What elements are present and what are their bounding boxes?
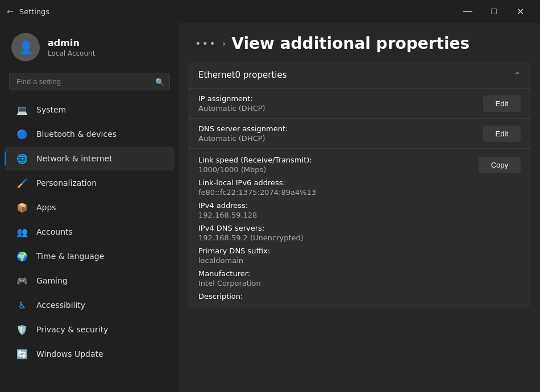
ipv4-dns-value: 192.168.59.2 (Unencrypted) xyxy=(198,233,316,242)
ip-assignment-edit-button[interactable]: Edit xyxy=(483,95,521,112)
sidebar-item-time[interactable]: 🌍 Time & language xyxy=(5,244,175,268)
bluetooth-icon: 🔵 xyxy=(16,128,28,140)
ipv6-address-value: fe80::fc22:1375:2074:89a4%13 xyxy=(198,188,316,197)
window-controls: — □ ✕ xyxy=(455,2,533,20)
sidebar-item-update[interactable]: 🔄 Windows Update xyxy=(5,342,175,366)
sidebar-item-privacy[interactable]: 🛡️ Privacy & security xyxy=(5,318,175,341)
prop-row-ip-assignment: IP assignment: Automatic (DHCP) Edit xyxy=(188,88,531,118)
user-info: admin Local Account xyxy=(48,37,95,57)
sidebar-item-network[interactable]: 🌐 Network & internet xyxy=(5,147,175,170)
dns-assignment-label: DNS server assignment: xyxy=(198,124,288,133)
sidebar-label-time: Time & language xyxy=(36,252,104,261)
description-label: Description: xyxy=(198,292,316,301)
apps-icon: 📦 xyxy=(16,201,28,214)
sidebar-label-personalization: Personalization xyxy=(36,178,97,187)
link-speed-value: 1000/1000 (Mbps) xyxy=(198,165,316,174)
search-input[interactable] xyxy=(9,73,170,90)
ipv4-dns-label: IPv4 DNS servers: xyxy=(198,224,316,232)
privacy-icon: 🛡️ xyxy=(16,323,28,336)
sidebar-item-bluetooth[interactable]: 🔵 Bluetooth & devices xyxy=(5,122,175,146)
manufacturer-value: Intel Corporation xyxy=(198,279,316,287)
sidebar-item-gaming[interactable]: 🎮 Gaming xyxy=(5,269,175,293)
accounts-icon: 👥 xyxy=(16,226,28,238)
properties-section-header[interactable]: Ethernet0 properties ⌃ xyxy=(188,62,531,88)
collapse-icon: ⌃ xyxy=(514,70,521,80)
sidebar-item-apps[interactable]: 📦 Apps xyxy=(5,195,175,219)
sidebar-label-accessibility: Accessibility xyxy=(36,301,85,310)
gaming-icon: 🎮 xyxy=(16,274,28,287)
sidebar-item-system[interactable]: 💻 System xyxy=(5,98,175,122)
ipv6-address-label: Link-local IPv6 address: xyxy=(198,178,316,187)
search-icon: 🔍 xyxy=(155,77,164,86)
prop-row-dns-assignment: DNS server assignment: Automatic (DHCP) … xyxy=(188,118,531,148)
sidebar-item-accessibility[interactable]: ♿ Accessibility xyxy=(5,293,175,317)
sidebar-label-system: System xyxy=(36,105,66,114)
content-header: ••• › View additional properties xyxy=(179,23,540,62)
sidebar-label-bluetooth: Bluetooth & devices xyxy=(36,130,117,139)
link-speed-content: Link speed (Receive/Transmit): 1000/1000… xyxy=(198,156,316,301)
minimize-button[interactable]: — xyxy=(455,2,481,20)
page-title: View additional properties xyxy=(231,34,470,53)
ip-assignment-content: IP assignment: Automatic (DHCP) xyxy=(198,94,265,112)
app-title: Settings xyxy=(19,7,49,16)
time-icon: 🌍 xyxy=(16,250,28,262)
manufacturer-label: Manufacturer: xyxy=(198,269,316,278)
dns-assignment-edit-button[interactable]: Edit xyxy=(483,126,521,142)
section-title: Ethernet0 properties xyxy=(198,70,286,80)
user-subtitle: Local Account xyxy=(48,49,95,57)
accessibility-icon: ♿ xyxy=(16,299,28,311)
sidebar-item-personalization[interactable]: 🖌️ Personalization xyxy=(5,171,175,195)
ipv4-address-label: IPv4 address: xyxy=(198,201,316,210)
network-icon: 🌐 xyxy=(16,152,28,165)
personalization-icon: 🖌️ xyxy=(16,177,28,189)
dns-assignment-value: Automatic (DHCP) xyxy=(198,134,288,143)
user-name: admin xyxy=(48,37,95,48)
sidebar-label-accounts: Accounts xyxy=(36,227,73,236)
close-button[interactable]: ✕ xyxy=(507,2,533,20)
sidebar-label-update: Windows Update xyxy=(36,349,103,358)
prop-row-link-speed: Link speed (Receive/Transmit): 1000/1000… xyxy=(188,148,531,307)
system-icon: 💻 xyxy=(16,103,28,116)
search-box: 🔍 xyxy=(9,73,170,90)
user-section[interactable]: 👤 admin Local Account xyxy=(0,23,179,73)
sidebar-label-privacy: Privacy & security xyxy=(36,325,108,334)
ip-assignment-label: IP assignment: xyxy=(198,94,265,103)
breadcrumb-arrow: › xyxy=(222,38,226,49)
sidebar: 👤 admin Local Account 🔍 💻 System 🔵 Bluet… xyxy=(0,23,179,392)
ip-assignment-value: Automatic (DHCP) xyxy=(198,104,265,112)
dns-assignment-content: DNS server assignment: Automatic (DHCP) xyxy=(198,124,288,143)
ipv4-address-value: 192.168.59.128 xyxy=(198,211,316,219)
update-icon: 🔄 xyxy=(16,348,28,360)
sidebar-label-network: Network & internet xyxy=(36,154,113,163)
link-speed-copy-button[interactable]: Copy xyxy=(479,157,521,173)
back-icon[interactable]: ← xyxy=(7,7,14,16)
app-container: 👤 admin Local Account 🔍 💻 System 🔵 Bluet… xyxy=(0,23,540,392)
avatar: 👤 xyxy=(11,33,40,61)
sidebar-label-gaming: Gaming xyxy=(36,276,68,285)
properties-section: Ethernet0 properties ⌃ IP assignment: Au… xyxy=(188,62,531,307)
sidebar-label-apps: Apps xyxy=(36,203,56,212)
primary-dns-label: Primary DNS suffix: xyxy=(198,247,316,255)
avatar-icon: 👤 xyxy=(18,40,34,55)
sidebar-item-accounts[interactable]: 👥 Accounts xyxy=(5,220,175,244)
maximize-button[interactable]: □ xyxy=(481,2,507,20)
title-bar: ← Settings — □ ✕ xyxy=(0,0,540,23)
primary-dns-value: localdomain xyxy=(198,256,316,265)
breadcrumb-dots[interactable]: ••• xyxy=(195,37,217,49)
sidebar-nav: 💻 System 🔵 Bluetooth & devices 🌐 Network… xyxy=(0,97,179,366)
content-area: ••• › View additional properties Etherne… xyxy=(179,23,540,392)
link-speed-label: Link speed (Receive/Transmit): xyxy=(198,156,316,164)
